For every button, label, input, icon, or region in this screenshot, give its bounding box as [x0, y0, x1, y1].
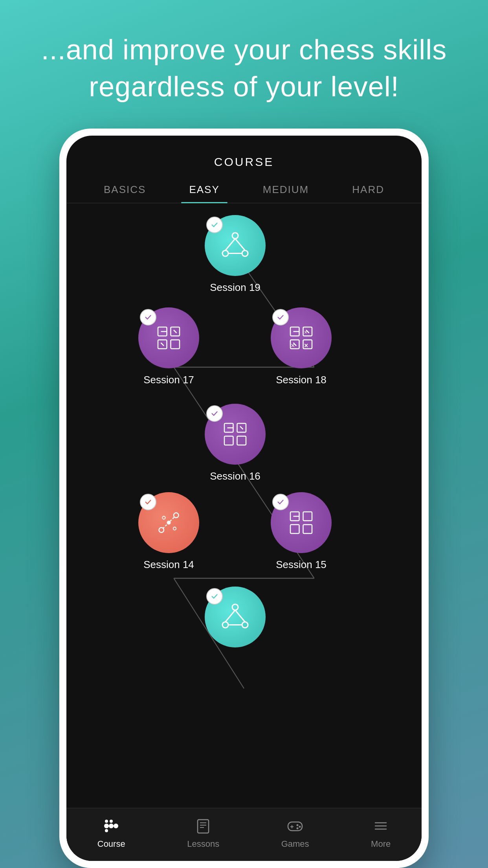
svg-line-34 — [240, 427, 243, 430]
svg-rect-25 — [171, 340, 180, 349]
svg-point-64 — [297, 824, 299, 826]
book-icon — [193, 816, 213, 836]
session-17[interactable]: Session 17 — [138, 307, 199, 386]
svg-point-53 — [114, 824, 118, 828]
hero-text: ...and improve your chess skills regardl… — [31, 31, 457, 105]
svg-line-9 — [226, 239, 235, 250]
session-15[interactable]: Session 15 — [271, 492, 332, 571]
svg-rect-37 — [290, 525, 299, 534]
svg-point-7 — [222, 250, 228, 256]
svg-line-48 — [226, 610, 235, 622]
svg-rect-31 — [224, 436, 233, 445]
nav-more-label: More — [371, 839, 391, 849]
svg-point-44 — [173, 527, 176, 530]
nav-games[interactable]: Games — [281, 816, 309, 849]
nav-lessons-label: Lessons — [187, 839, 219, 849]
session-19[interactable]: Session 19 — [205, 215, 266, 294]
svg-line-27 — [174, 330, 177, 333]
svg-point-46 — [222, 622, 228, 628]
tab-basics[interactable]: BASICS — [96, 177, 154, 203]
svg-point-45 — [232, 604, 238, 610]
phone-wrapper: COURSE BASICS EASY MEDIUM HARD — [59, 129, 429, 868]
nav-games-label: Games — [281, 839, 309, 849]
svg-text:×: × — [304, 342, 308, 349]
session-14[interactable]: Session 14 — [138, 492, 199, 571]
svg-point-6 — [232, 233, 238, 239]
gamepad-icon — [285, 816, 305, 836]
svg-point-47 — [242, 622, 248, 628]
svg-point-43 — [162, 516, 165, 519]
svg-rect-57 — [198, 820, 209, 833]
svg-line-28 — [161, 343, 164, 346]
nav-course-label: Course — [97, 839, 125, 849]
svg-rect-38 — [303, 525, 312, 534]
svg-point-52 — [109, 824, 114, 828]
tab-hard[interactable]: HARD — [344, 177, 392, 203]
hero-section: ...and improve your chess skills regardl… — [0, 0, 488, 129]
svg-point-54 — [105, 820, 108, 823]
session-16-label: Session 16 — [210, 470, 261, 482]
session-19-label: Session 19 — [210, 281, 261, 294]
tab-medium[interactable]: MEDIUM — [255, 177, 317, 203]
session-18-label: Session 18 — [276, 374, 327, 386]
nav-more[interactable]: More — [371, 816, 391, 849]
session-17-label: Session 17 — [143, 374, 194, 386]
svg-point-41 — [174, 513, 179, 518]
phone-inner: COURSE BASICS EASY MEDIUM HARD — [66, 136, 422, 861]
course-header: COURSE — [66, 136, 422, 177]
session-18[interactable]: × × × Session 18 — [271, 307, 332, 386]
svg-line-10 — [235, 239, 245, 250]
tab-easy[interactable]: EASY — [181, 177, 227, 203]
svg-rect-36 — [303, 512, 312, 521]
svg-text:×: × — [304, 329, 307, 335]
menu-icon — [371, 816, 391, 836]
svg-point-8 — [242, 250, 248, 256]
svg-line-49 — [235, 610, 245, 622]
svg-point-55 — [110, 820, 113, 823]
nav-course[interactable]: Course — [97, 816, 125, 849]
course-map: Session 19 × — [66, 211, 422, 808]
dots-icon — [101, 816, 121, 836]
bottom-nav: Course Lessons — [66, 808, 422, 861]
svg-rect-32 — [237, 436, 246, 445]
tabs-bar: BASICS EASY MEDIUM HARD — [66, 177, 422, 203]
svg-point-51 — [104, 824, 109, 828]
session-15-label: Session 15 — [276, 559, 327, 571]
svg-point-56 — [105, 829, 108, 832]
svg-point-65 — [299, 826, 301, 828]
svg-text:×: × — [291, 342, 295, 349]
svg-point-66 — [297, 828, 299, 829]
session-13[interactable] — [205, 587, 266, 647]
session-14-label: Session 14 — [143, 559, 194, 571]
map-lines — [66, 211, 422, 808]
session-16[interactable]: Session 16 — [205, 404, 266, 482]
nav-lessons[interactable]: Lessons — [187, 816, 219, 849]
